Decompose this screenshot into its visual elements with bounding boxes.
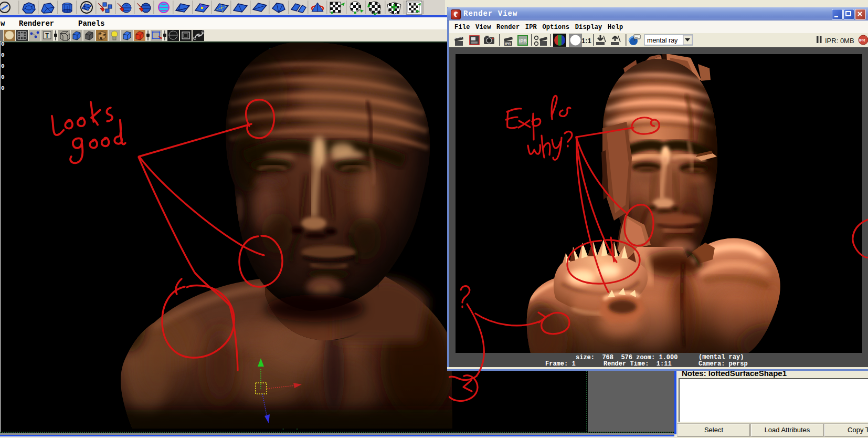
svg-text:T: T [45,33,49,40]
svg-text:IPR: 0MB: IPR: 0MB [825,37,854,45]
svg-text:1:1: 1:1 [581,37,591,45]
svg-text:IPR: IPR [519,38,527,44]
svg-text:mental ray: mental ray [647,37,678,44]
svg-text:IPR: IPR [505,42,511,46]
svg-text:IPR: IPR [859,38,865,42]
